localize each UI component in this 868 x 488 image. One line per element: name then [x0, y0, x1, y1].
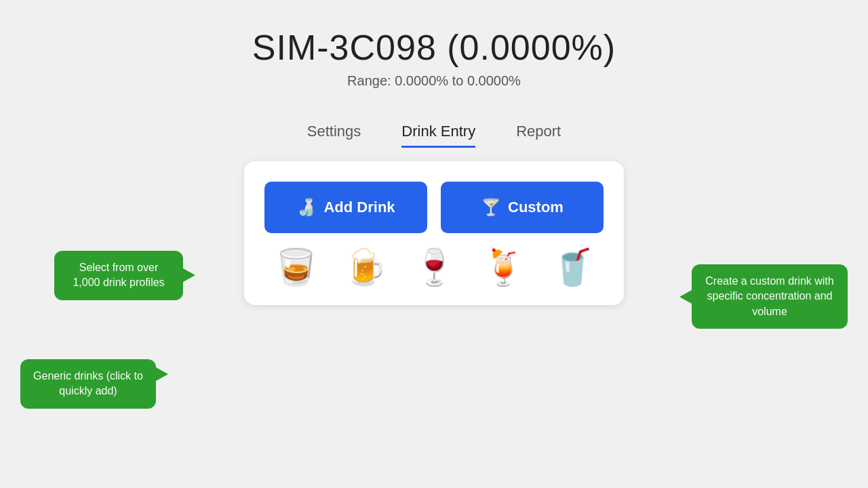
custom-button[interactable]: 🍸 Custom — [441, 182, 604, 233]
tooltip-add-drink: Select from over 1,000 drink profiles — [54, 251, 183, 300]
add-drink-icon: 🍶 — [296, 198, 317, 217]
drinks-row: 🥃 🍺 🍷 🍹 🥤 — [264, 249, 604, 285]
drink-whiskey[interactable]: 🥃 — [274, 249, 318, 285]
tab-settings[interactable]: Settings — [307, 123, 361, 148]
button-row: 🍶 Add Drink 🍸 Custom — [264, 182, 604, 233]
main-title: SIM-3C098 (0.0000%) — [252, 27, 616, 68]
tooltip-custom-text: Create a custom drink with specific conc… — [705, 275, 833, 317]
header: SIM-3C098 (0.0000%) Range: 0.0000% to 0.… — [252, 27, 616, 89]
tooltip-custom: Create a custom drink with specific conc… — [692, 264, 848, 329]
tabs-nav: Settings Drink Entry Report — [307, 123, 561, 148]
range-text: Range: 0.0000% to 0.0000% — [252, 73, 616, 89]
drink-beer[interactable]: 🍺 — [343, 249, 387, 285]
tooltip-add-drink-text: Select from over 1,000 drink profiles — [73, 262, 164, 288]
tooltip-generic-text: Generic drinks (click to quickly add) — [33, 370, 143, 396]
drink-entry-card: 🍶 Add Drink 🍸 Custom 🥃 🍺 🍷 🍹 🥤 — [244, 161, 624, 305]
add-drink-label: Add Drink — [323, 199, 395, 216]
drink-wine[interactable]: 🍷 — [412, 249, 456, 285]
drink-cocktail[interactable]: 🍹 — [481, 249, 526, 285]
add-drink-button[interactable]: 🍶 Add Drink — [264, 182, 427, 233]
custom-icon: 🍸 — [481, 198, 501, 217]
tooltip-generic-drinks: Generic drinks (click to quickly add) — [20, 359, 156, 409]
drink-soda[interactable]: 🥤 — [551, 249, 595, 285]
tab-drink-entry[interactable]: Drink Entry — [401, 123, 475, 148]
tab-report[interactable]: Report — [516, 123, 561, 148]
custom-label: Custom — [508, 199, 564, 216]
